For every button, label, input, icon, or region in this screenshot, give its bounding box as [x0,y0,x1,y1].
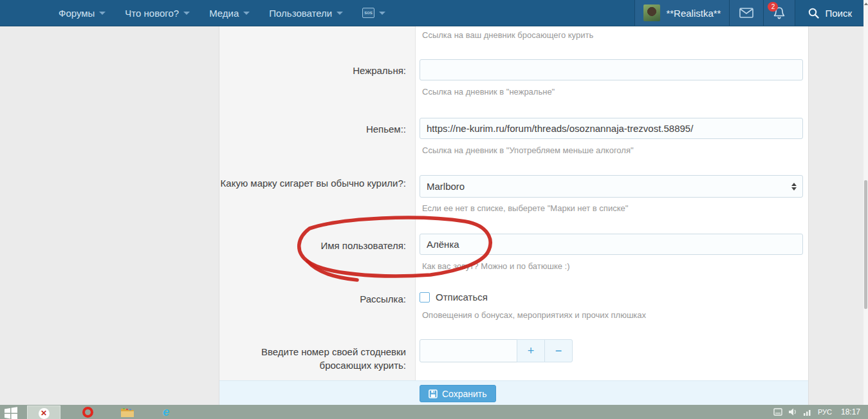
up-down-arrows-icon [791,183,797,191]
network-icon[interactable] [803,407,812,416]
field-label-cigarette-brand: Какую марку сигарет вы обычно курили?: [219,176,406,190]
nav-item-label: Пользователи [269,8,332,19]
field-label-hundred-days: Введите номер своей стодневки бросающих … [219,345,406,372]
display-name-input[interactable] [420,234,803,255]
nav-item-label: Медиа [209,8,239,19]
field-label-mailing: Рассылка: [219,292,406,306]
save-button-label: Сохранить [442,389,487,399]
field-hint: Если ее нет в списке, выберете "Марки не… [422,203,628,213]
floppy-icon [429,389,438,398]
hundred-days-stepper: + − [420,339,573,362]
sos-icon: sos [362,8,374,18]
close-icon: ✕ [39,408,50,419]
inbox-button[interactable] [730,0,764,26]
field-hint: Оповещения о бонусах, мероприятиях и про… [422,310,646,320]
alerts-button[interactable]: 2 [764,0,795,26]
checkbox-label: Отписаться [436,292,488,303]
field-hint: Как вас зовут? Можно и по батюшке :) [422,261,570,271]
chevron-down-icon [183,12,190,15]
nav-item-media[interactable]: Медиа [199,0,259,26]
increment-button[interactable]: + [517,339,545,362]
nav-item-whats-new[interactable]: Что нового? [115,0,199,26]
nezhralnya-input[interactable] [420,59,803,80]
taskbar-active-app[interactable]: ✕ [27,405,60,419]
internet-explorer-icon[interactable]: e [163,405,170,419]
selected-option: Marlboro [427,181,465,192]
system-tray: РУС 18:17 [773,405,868,416]
search-button[interactable]: Поиск [795,0,863,26]
nav-item-label: Что нового? [125,8,179,19]
chevron-down-icon [379,12,385,15]
unsubscribe-option: Отписаться [420,292,488,303]
profile-form: Ссылка на ваш дневник бросающего курить … [219,26,809,405]
unsubscribe-checkbox[interactable] [420,292,430,303]
search-label: Поиск [825,8,852,19]
search-icon [808,8,819,19]
taskbar: ✕ e РУС 18:17 [0,405,868,419]
screen: Форумы Что нового? Медиа Пользователи so… [0,0,868,419]
speaker-icon[interactable] [788,407,797,416]
nav-item-label: Форумы [59,8,95,19]
avatar [643,5,660,21]
field-label-display-name: Имя пользователя: [219,239,406,252]
field-hint: Ссылка на ваш дневник бросающего курить [422,30,593,40]
clock[interactable]: 18:17 [841,407,860,416]
opera-icon[interactable] [82,407,93,418]
scrollbar-thumb[interactable] [864,180,867,309]
save-button[interactable]: Сохранить [420,385,496,402]
navbar-right: **Realistka** 2 Поиск [634,0,863,26]
nepyem-url-input[interactable] [420,118,803,139]
field-hint: Ссылка на дневник в "Употребляем меньше … [422,145,634,155]
main-menu: Форумы Что нового? Медиа Пользователи so… [49,0,395,26]
cigarette-brand-select[interactable]: Marlboro [420,175,803,198]
form-footer: Сохранить [219,380,808,405]
chevron-down-icon [337,12,343,15]
field-label-nezhralnya: Нежральня: [219,64,406,77]
decrement-button[interactable]: − [544,339,573,362]
nav-item-users[interactable]: Пользователи [259,0,353,26]
chevron-down-icon [99,12,106,15]
chevron-down-icon [243,12,250,15]
tray-device-icon[interactable] [773,407,782,416]
file-explorer-icon[interactable] [120,407,134,418]
start-button-icon[interactable] [4,406,18,419]
hundred-days-input[interactable] [420,339,517,362]
field-label-nepyem: Непьем:: [219,122,406,136]
user-menu[interactable]: **Realistka** [634,0,730,26]
username: **Realistka** [666,8,721,19]
nav-item-forums[interactable]: Форумы [49,0,115,26]
language-indicator[interactable]: РУС [818,408,832,416]
scroll-up-arrow-icon[interactable] [864,3,868,5]
nav-item-sos[interactable]: sos [353,0,394,26]
top-navbar: Форумы Что нового? Медиа Пользователи so… [0,0,863,26]
envelope-icon [739,8,753,18]
field-hint: Ссылка на дневник в "нежральне" [422,87,555,97]
scrollbar[interactable] [863,0,868,405]
